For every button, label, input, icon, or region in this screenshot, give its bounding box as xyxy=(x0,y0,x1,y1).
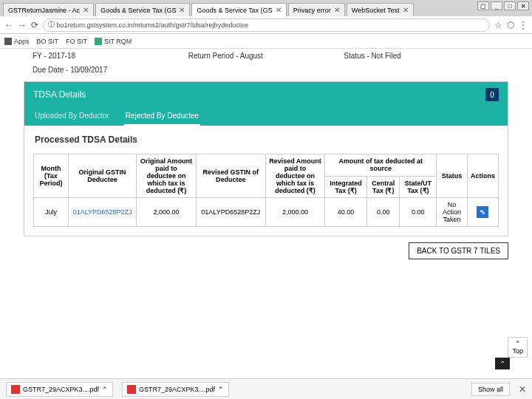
fy-info: FY - 2017-18 xyxy=(33,52,188,60)
browser-tab[interactable]: Goods & Service Tax (GS✕ xyxy=(191,3,286,16)
panel-header: TDSA Details 0 xyxy=(24,82,508,107)
bookmark-label: BO SIT xyxy=(37,38,59,45)
tdsa-panel: TDSA Details 0 Uploaded By Deductor Reje… xyxy=(24,81,508,236)
pdf-icon xyxy=(11,385,20,394)
browser-tab[interactable]: GSTReturnJasmine - Ac✕ xyxy=(3,3,94,16)
tab-title: Goods & Service Tax (GS xyxy=(100,7,176,14)
period-info: Return Period - August xyxy=(188,52,344,60)
col-tax-group: Amount of tax deducted at source xyxy=(325,154,437,177)
browser-tab[interactable]: WebSocket Test✕ xyxy=(347,3,414,16)
tab-uploaded[interactable]: Uploaded By Deductor xyxy=(33,107,111,126)
bookmarks-bar: Apps BO SIT FO SIT SIT RQM xyxy=(0,34,532,49)
col-stax: State/UT Tax (₹) xyxy=(400,176,437,198)
info-icon: ⓘ xyxy=(48,20,55,30)
tab-title: GSTReturnJasmine - Ac xyxy=(8,7,80,14)
close-icon[interactable]: ✕ xyxy=(179,6,185,14)
edit-button[interactable]: ✎ xyxy=(477,206,488,218)
browser-tabs: GSTReturnJasmine - Ac✕ Goods & Service T… xyxy=(0,0,532,16)
close-icon[interactable]: ✕ xyxy=(519,384,526,395)
back-to-tiles-button[interactable]: BACK TO GSTR 7 TILES xyxy=(409,242,508,259)
window-btn[interactable]: ▢ xyxy=(477,1,489,10)
count-badge: 0 xyxy=(485,88,499,101)
scroll-top-button[interactable]: ⌃ Top xyxy=(508,337,528,358)
cell-status: No Action Taken xyxy=(437,198,468,227)
download-name: GSTR7_29ACXPK3....pdf xyxy=(23,386,99,393)
top-label: Top xyxy=(512,347,523,355)
section-title: Processed TDSA Details xyxy=(24,126,508,154)
close-icon[interactable]: ✕ xyxy=(276,6,282,14)
col-itax: Integrated Tax (₹) xyxy=(325,176,367,198)
apps-icon xyxy=(4,38,12,45)
bookmark-item[interactable]: FO SIT xyxy=(66,38,87,45)
apps-bookmark[interactable]: Apps xyxy=(4,38,30,45)
chevron-up-icon: ⌃ xyxy=(218,386,224,393)
bookmark-label: FO SIT xyxy=(66,38,87,45)
col-rev-gstin: Revised GSTIN of Deductee xyxy=(196,154,265,198)
maximize-btn[interactable]: □ xyxy=(504,1,516,10)
shield-icon[interactable]: ⬡ xyxy=(507,20,514,30)
col-rev-amt: Revised Amount paid to deductee on which… xyxy=(265,154,324,198)
window-controls: ▢ _ □ ✕ xyxy=(477,1,529,10)
chevron-up-icon: ⌃ xyxy=(512,340,523,347)
page-content: FY - 2017-18 Return Period - August Stat… xyxy=(0,49,532,236)
cell-itax: 40.00 xyxy=(325,198,367,227)
cell-orig-amt: 2,000.00 xyxy=(137,198,196,227)
download-item[interactable]: GSTR7_29ACXPK3....pdf⌃ xyxy=(6,382,113,397)
tab-rejected[interactable]: Rejected By Deductee xyxy=(124,107,201,126)
pdf-icon xyxy=(127,385,136,394)
due-info: Due Date - 10/09/2017 xyxy=(33,66,499,74)
info-row: FY - 2017-18 Return Period - August Stat… xyxy=(6,49,526,63)
browser-tab[interactable]: Privacy error✕ xyxy=(288,3,345,16)
bookmark-item[interactable]: BO SIT xyxy=(37,38,59,45)
show-all-button[interactable]: Show all xyxy=(471,383,510,396)
col-status: Status xyxy=(437,154,468,198)
col-orig-amt: Original Amount paid to deductee on whic… xyxy=(137,154,196,198)
cell-actions: ✎ xyxy=(467,198,498,227)
reload-icon[interactable]: ⟳ xyxy=(31,20,38,30)
close-icon[interactable]: ✕ xyxy=(83,6,89,14)
star-icon[interactable]: ☆ xyxy=(494,20,502,30)
minimize-btn[interactable]: _ xyxy=(491,1,502,10)
status-info: Status - Not Filed xyxy=(344,52,499,60)
bookmark-item[interactable]: SIT RQM xyxy=(95,38,132,45)
url-text: bo1return.gstsystem.co.in/returns2/auth/… xyxy=(57,21,249,29)
cell-rev-amt: 2,000.00 xyxy=(265,198,324,227)
cell-stax: 0.00 xyxy=(400,198,437,227)
close-icon[interactable]: ✕ xyxy=(403,6,409,14)
url-input[interactable]: ⓘ bo1return.gstsystem.co.in/returns2/aut… xyxy=(43,18,490,32)
col-month: Month (Tax Period) xyxy=(34,154,69,198)
panel-tabs: Uploaded By Deductor Rejected By Deducte… xyxy=(24,107,508,126)
bookmark-label: Apps xyxy=(14,38,30,45)
tdsa-table: Month (Tax Period) Original GSTIN Deduct… xyxy=(33,154,499,227)
tab-title: Privacy error xyxy=(293,7,331,14)
download-item[interactable]: GSTR7_29ACXPK3....pdf⌃ xyxy=(122,382,229,397)
cell-month: July xyxy=(34,198,69,227)
cell-ctax: 0.00 xyxy=(367,198,400,227)
col-orig-gstin: Original GSTIN Deductee xyxy=(68,154,137,198)
close-icon[interactable]: ✕ xyxy=(334,6,340,14)
col-ctax: Central Tax (₹) xyxy=(367,176,400,198)
tab-title: Goods & Service Tax (GS xyxy=(197,7,272,14)
browser-tab[interactable]: Goods & Service Tax (GS✕ xyxy=(95,3,190,16)
close-window-btn[interactable]: ✕ xyxy=(517,1,529,10)
doc-icon xyxy=(95,38,102,45)
chevron-up-icon: ⌃ xyxy=(102,386,108,393)
menu-icon[interactable]: ⋮ xyxy=(519,20,528,30)
cell-orig-gstin[interactable]: 01ALYPD6528P2ZJ xyxy=(68,198,137,227)
downloads-bar: GSTR7_29ACXPK3....pdf⌃ GSTR7_29ACXPK3...… xyxy=(0,378,532,399)
cell-rev-gstin: 01ALYPD6528P2ZJ xyxy=(196,198,265,227)
scroll-up-dark[interactable]: ⌃ xyxy=(495,358,510,369)
panel-title: TDSA Details xyxy=(33,89,86,100)
col-actions: Actions xyxy=(467,154,498,198)
download-name: GSTR7_29ACXPK3....pdf xyxy=(139,386,215,393)
tab-title: WebSocket Test xyxy=(352,7,400,14)
table-row: July 01ALYPD6528P2ZJ 2,000.00 01ALYPD652… xyxy=(34,198,499,227)
info-row: Due Date - 10/09/2017 xyxy=(6,63,526,77)
address-bar: ← → ⟳ ⓘ bo1return.gstsystem.co.in/return… xyxy=(0,16,532,34)
bookmark-label: SIT RQM xyxy=(104,38,132,45)
back-icon[interactable]: ← xyxy=(4,20,13,30)
forward-icon[interactable]: → xyxy=(18,20,27,30)
